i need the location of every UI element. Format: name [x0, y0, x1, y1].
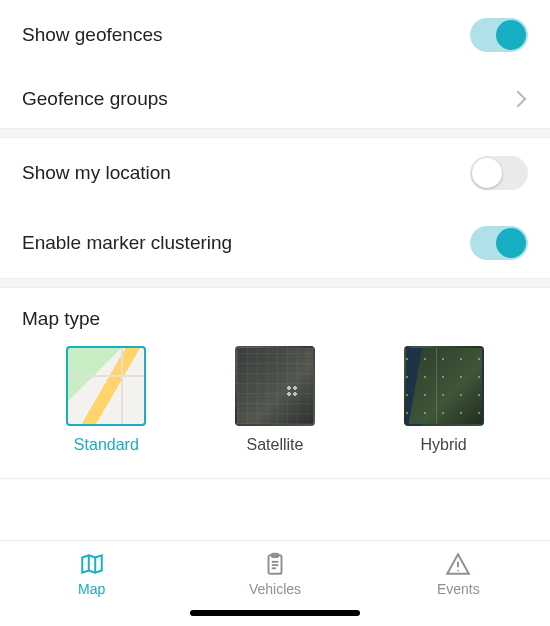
map-type-label: Satellite — [247, 436, 304, 454]
label-show-my-location: Show my location — [22, 162, 171, 184]
row-enable-clustering: Enable marker clustering — [0, 208, 550, 278]
tab-label: Events — [437, 581, 480, 597]
map-type-satellite[interactable]: Satellite — [235, 346, 315, 454]
label-geofence-groups: Geofence groups — [22, 88, 168, 110]
thumb-hybrid — [404, 346, 484, 426]
home-indicator — [190, 610, 360, 616]
tab-events[interactable]: Events — [367, 551, 550, 597]
tab-label: Vehicles — [249, 581, 301, 597]
map-type-options: Standard Satellite Hybrid — [0, 342, 550, 478]
group-divider — [0, 278, 550, 288]
tab-label: Map — [78, 581, 105, 597]
row-show-my-location: Show my location — [0, 138, 550, 208]
toggle-knob — [472, 158, 502, 188]
map-icon — [78, 551, 106, 577]
warning-icon — [444, 551, 472, 577]
tab-vehicles[interactable]: Vehicles — [183, 551, 366, 597]
toggle-show-my-location[interactable] — [470, 156, 528, 190]
toggle-knob — [496, 228, 526, 258]
toggle-knob — [496, 20, 526, 50]
clipboard-icon — [261, 551, 289, 577]
thumb-satellite — [235, 346, 315, 426]
row-show-geofences: Show geofences — [0, 0, 550, 70]
toggle-show-geofences[interactable] — [470, 18, 528, 52]
svg-point-6 — [457, 570, 459, 572]
group-divider — [0, 128, 550, 138]
map-type-hybrid[interactable]: Hybrid — [404, 346, 484, 454]
thin-divider — [0, 478, 550, 479]
header-map-type: Map type — [0, 288, 550, 342]
chevron-right-icon — [510, 91, 527, 108]
map-type-label: Standard — [74, 436, 139, 454]
toggle-enable-clustering[interactable] — [470, 226, 528, 260]
label-enable-clustering: Enable marker clustering — [22, 232, 232, 254]
tab-map[interactable]: Map — [0, 551, 183, 597]
map-type-label: Hybrid — [421, 436, 467, 454]
thumb-standard — [66, 346, 146, 426]
map-type-standard[interactable]: Standard — [66, 346, 146, 454]
row-geofence-groups[interactable]: Geofence groups — [0, 70, 550, 128]
label-show-geofences: Show geofences — [22, 24, 163, 46]
